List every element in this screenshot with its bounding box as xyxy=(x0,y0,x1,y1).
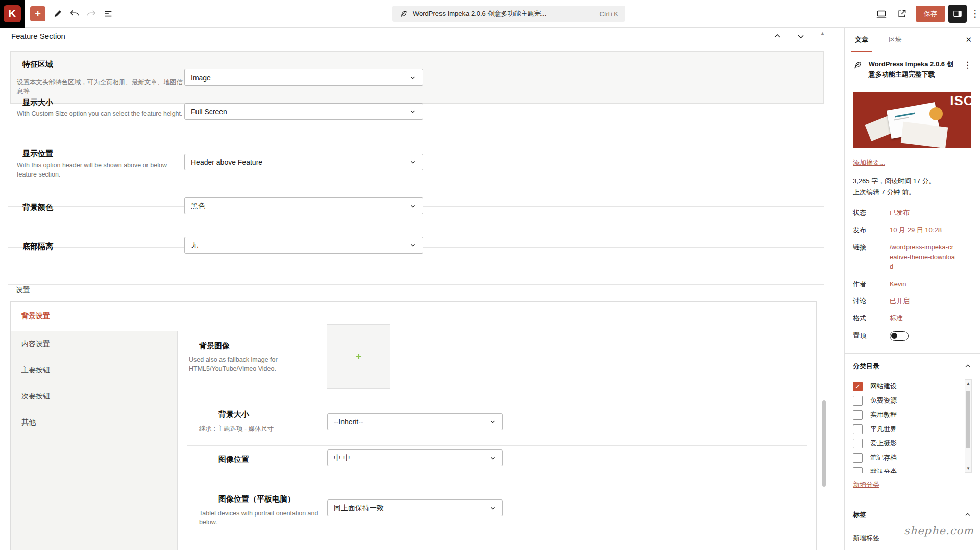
categories-header[interactable]: 分类目录 xyxy=(853,362,972,371)
tags-header[interactable]: 标签 xyxy=(853,510,972,519)
author-value[interactable]: Kevin xyxy=(890,280,956,289)
featured-image[interactable]: ISO xyxy=(853,92,971,148)
post-meta: 3,265 字，阅读时间 17 分。 上次编辑 7 分钟 前。 xyxy=(853,176,972,198)
sidebar-body: WordPress Impeka 2.0.6 创意多功能主题完整下载 ⋮ ISO… xyxy=(845,52,980,550)
image-position-select[interactable]: 中 中 xyxy=(327,449,503,466)
tab-secondary-button[interactable]: 次要按钮 xyxy=(11,383,178,409)
display-size-select[interactable]: Full Screen xyxy=(184,103,423,120)
add-category-link[interactable]: 新增分类 xyxy=(853,480,879,489)
field-label: 显示位置 xyxy=(22,149,53,159)
background-color-select[interactable]: 黑色 xyxy=(184,197,423,214)
format-value[interactable]: 标准 xyxy=(890,314,956,323)
image-position-tablet-select[interactable]: 同上面保持一致 xyxy=(327,499,503,516)
watermark-text: shephe.com xyxy=(904,524,974,537)
chevron-up-icon xyxy=(964,362,972,370)
field-desc: 继承 : 主题选项 - 媒体尺寸 xyxy=(199,424,347,433)
site-logo[interactable]: K xyxy=(0,0,24,28)
chevron-up-icon xyxy=(964,511,972,519)
field-label: 背景图像 xyxy=(199,341,230,351)
chevron-down-icon xyxy=(409,74,416,81)
field-format: 格式 标准 xyxy=(853,314,972,323)
content-scrollbar-thumb[interactable] xyxy=(822,400,826,487)
toolbar-options-kebab-icon[interactable]: ⋮ xyxy=(970,7,980,20)
edit-mode-icon[interactable] xyxy=(50,6,65,21)
field-label: 底部隔离 xyxy=(22,242,53,252)
undo-icon[interactable] xyxy=(67,6,82,21)
site-logo-letter: K xyxy=(4,5,21,22)
redo-icon[interactable] xyxy=(84,6,99,21)
top-toolbar: K + WordPress Impeka 2.0.6 创意多功能主题完... C… xyxy=(0,0,980,28)
last-edited-line: 上次编辑 7 分钟 前。 xyxy=(853,187,972,198)
post-feather-icon xyxy=(853,60,863,70)
post-options-kebab-icon[interactable]: ⋮ xyxy=(963,59,972,70)
field-desc: With Custom Size option you can select t… xyxy=(17,109,185,118)
field-status: 状态 已发布 xyxy=(853,208,972,218)
tab-other[interactable]: 其他 xyxy=(11,409,178,435)
add-block-button[interactable]: + xyxy=(30,6,45,21)
sticky-toggle[interactable] xyxy=(890,331,909,341)
scroll-down-icon[interactable]: ▼ xyxy=(965,466,971,471)
preview-external-icon[interactable] xyxy=(894,6,910,21)
sidebar-panel-icon xyxy=(952,9,963,19)
status-value[interactable]: 已发布 xyxy=(890,208,956,218)
category-checkbox[interactable]: ✓ xyxy=(853,382,863,391)
feature-area-select[interactable]: Image xyxy=(184,69,423,86)
divider xyxy=(845,353,980,354)
save-button[interactable]: 保存 xyxy=(916,6,945,22)
tab-content-settings[interactable]: 内容设置 xyxy=(11,331,178,357)
category-row: 实用教程 xyxy=(853,408,961,422)
category-checkbox[interactable] xyxy=(853,439,863,448)
content-scroll-up-icon[interactable]: ▲ xyxy=(820,31,825,36)
field-label: 特征区域 xyxy=(22,60,53,69)
field-discussion: 讨论 已开启 xyxy=(853,296,972,306)
field-author: 作者 Kevin xyxy=(853,280,972,289)
add-excerpt-link[interactable]: 添加摘要... xyxy=(853,158,885,167)
background-size-select[interactable]: --Inherit-- xyxy=(327,413,503,430)
chevron-down-icon xyxy=(409,203,416,210)
view-device-icon[interactable] xyxy=(874,6,889,21)
list-view-icon[interactable] xyxy=(100,6,115,21)
command-bar-shortcut: Ctrl+K xyxy=(600,10,618,18)
settings-panel-toggle[interactable] xyxy=(948,5,967,23)
move-block-up-icon[interactable] xyxy=(768,29,787,44)
category-scrollbar-thumb[interactable] xyxy=(966,391,970,448)
chevron-down-icon xyxy=(409,159,416,166)
category-row: 免费资源 xyxy=(853,393,961,408)
category-row: 爱上摄影 xyxy=(853,436,961,451)
publish-date-value[interactable]: 10 月 29 日 10:28 xyxy=(890,226,956,235)
settings-panel: 背景设置 内容设置 主要按钮 次要按钮 其他 背景图像 Used also as… xyxy=(10,301,817,550)
category-checkbox[interactable] xyxy=(853,410,863,420)
divider xyxy=(187,445,807,446)
sidebar-tabs: 文章 区块 ✕ xyxy=(845,28,980,52)
tab-post[interactable]: 文章 xyxy=(853,28,870,52)
divider xyxy=(187,485,807,485)
field-label: 显示大小 xyxy=(22,98,53,108)
tab-primary-button[interactable]: 主要按钮 xyxy=(11,357,178,383)
close-sidebar-icon[interactable]: ✕ xyxy=(965,35,972,44)
add-image-plus-icon: + xyxy=(356,351,362,363)
chevron-down-icon xyxy=(409,108,416,115)
thumb-iso-text: ISO xyxy=(950,93,971,109)
category-checkbox[interactable] xyxy=(853,396,863,406)
category-checkbox[interactable] xyxy=(853,467,863,473)
command-bar-label: WordPress Impeka 2.0.6 创意多功能主题完... xyxy=(413,9,546,18)
block-name-label: Feature Section xyxy=(11,32,65,40)
tab-background-settings[interactable]: 背景设置 xyxy=(11,302,178,331)
field-sticky: 置顶 xyxy=(853,331,972,341)
category-row: 默认分类 xyxy=(853,465,961,473)
permalink-value[interactable]: /wordpress-impeka-creative-theme-downloa… xyxy=(890,243,956,272)
tab-column-filler xyxy=(11,435,178,550)
background-image-upload[interactable]: + xyxy=(327,324,390,389)
category-row: ✓ 网站建设 xyxy=(853,379,961,393)
display-position-select[interactable]: Header above Feature xyxy=(184,154,423,170)
command-search-bar[interactable]: WordPress Impeka 2.0.6 创意多功能主题完... Ctrl+… xyxy=(392,6,625,22)
bottom-separator-select[interactable]: 无 xyxy=(184,237,423,254)
tab-block[interactable]: 区块 xyxy=(887,28,904,52)
move-block-down-icon[interactable] xyxy=(791,29,811,44)
category-checkbox[interactable] xyxy=(853,453,863,463)
scroll-up-icon[interactable]: ▲ xyxy=(965,381,971,386)
category-scrollbar[interactable]: ▲ ▼ xyxy=(965,379,972,473)
category-checkbox[interactable] xyxy=(853,424,863,434)
discussion-value[interactable]: 已开启 xyxy=(890,296,956,306)
category-row: 平凡世界 xyxy=(853,422,961,436)
